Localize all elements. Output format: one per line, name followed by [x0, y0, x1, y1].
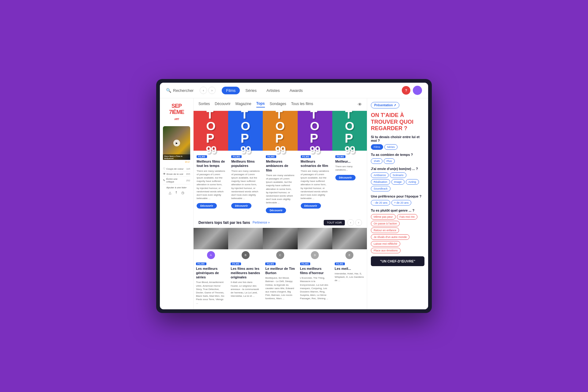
- back-button[interactable]: ‹: [200, 87, 207, 94]
- coups-de-coeur-action[interactable]: ♡ Coups de coeur 1k5: [163, 166, 190, 172]
- option-1h45[interactable]: 1h45: [371, 158, 383, 164]
- option-realisation[interactable]: Réalisation: [371, 179, 390, 185]
- fan-avatar-2: B: [242, 251, 250, 259]
- share-icon[interactable]: ⇡: [175, 191, 178, 195]
- option-ambiance[interactable]: Ambiance: [371, 172, 389, 178]
- left-sidebar: SEP7IÈMEART ▶ Once Upon a Time in Hollyw…: [160, 98, 194, 309]
- fan-badge-1: FILMS: [196, 262, 206, 265]
- option-soundtrack[interactable]: Soundtrack: [371, 186, 390, 191]
- option-plus[interactable]: Plus: [384, 158, 395, 164]
- fan-thumb-3: [263, 228, 297, 249]
- bottom-icons: △ ⇡ ◷: [169, 191, 184, 195]
- option-enfance[interactable]: Retour en enfance: [371, 228, 399, 233]
- top-card-img-1: TOP99: [194, 111, 228, 151]
- option-moins20[interactable]: - de 20 ans: [371, 200, 390, 205]
- tops-grid: TOP99 FILMS Meilleurs films de tout les …: [194, 111, 367, 216]
- fan-title-5: Les meil...: [335, 266, 364, 271]
- top-card-desc-5: There are many variations...: [335, 165, 364, 172]
- search-bar[interactable]: 🔍 Rechercher: [166, 88, 194, 93]
- option-image[interactable]: Image: [391, 179, 405, 185]
- top-card-body-1: FILMS Meilleurs films de tout les temps …: [194, 151, 228, 211]
- decouvrir-btn-4[interactable]: Découvrir: [301, 203, 321, 209]
- fan-title-1: Les meilleurs génériques de séries: [196, 266, 226, 280]
- q1-label: Si tu devais choisir entre lui et moi ?: [371, 135, 424, 142]
- q1-options: Films Séries: [371, 144, 424, 150]
- top-card-img-2: TOP99: [228, 111, 263, 151]
- top-card-desc-1: There are many variations of passages of…: [197, 169, 225, 200]
- avatar[interactable]: [413, 86, 422, 95]
- main-content: Sorties Découvrir Magazine Tops Sondages…: [194, 98, 367, 309]
- tout-voir-button[interactable]: TOUT VOIR: [324, 220, 345, 225]
- decouvrir-btn-2[interactable]: Découvrir: [231, 203, 251, 209]
- play-button[interactable]: ▶: [173, 140, 180, 146]
- rating-value: 14.2: [185, 160, 190, 163]
- q3-label: J'ai envie d'un(e) bon(ne) ... ?: [371, 167, 424, 171]
- option-meme-pas-peur[interactable]: Même pas peur: [371, 214, 396, 220]
- q4-label: Une préférence pour l'époque ?: [371, 194, 424, 198]
- decouvrir-btn-5[interactable]: Découvrir: [335, 175, 356, 180]
- top-card-title-3: Meilleures ambiances de film: [266, 159, 294, 172]
- tab-awards[interactable]: Awards: [285, 87, 307, 94]
- header-right: ?: [402, 86, 422, 95]
- decouvrir-btn-1[interactable]: Découvrir: [197, 203, 217, 209]
- q5-label: Tu es plutôt quel genre ... ?: [371, 209, 424, 212]
- top-card-body-4: FILMS Meilleurs scénarios de film There …: [298, 151, 332, 211]
- sub-nav-tous[interactable]: Tous les films: [291, 102, 313, 107]
- option-plus20[interactable]: + de 20 ans: [391, 200, 411, 205]
- option-scenario[interactable]: Scénario: [390, 172, 406, 178]
- fans-prev-arrow[interactable]: ‹: [347, 219, 354, 226]
- fan-avatar-3: C: [276, 251, 284, 259]
- heart-icon: ♡: [163, 167, 165, 170]
- top-card-img-3: TOP99: [263, 111, 297, 151]
- top-card-5: TOP99 FILMS Meilleur... There are many v…: [332, 111, 367, 216]
- header: 🔍 Rechercher ‹ › Films Séries Artistes A…: [160, 83, 428, 98]
- envie-voir-action[interactable]: 👁 Envie de le voir 655: [163, 172, 190, 177]
- fan-card-body-3: FILMS Le meilleur de Tim Burton Beetleju…: [263, 260, 297, 305]
- top99-text-2: TOP99: [240, 111, 251, 155]
- tab-films[interactable]: Films: [222, 87, 240, 94]
- clock-icon[interactable]: ◷: [181, 191, 184, 195]
- option-emotions[interactable]: Place aux émotions: [371, 248, 401, 253]
- eye-icon: 👁: [163, 172, 166, 175]
- sub-nav-tops[interactable]: Tops: [256, 101, 265, 107]
- sidebar-actions: ♡ Coups de coeur 1k5 👁 Envie de le voir …: [163, 166, 190, 184]
- presentation-button[interactable]: Présentation ↗: [371, 102, 399, 108]
- sub-nav-sondages[interactable]: Sondages: [270, 102, 286, 107]
- critique-action[interactable]: ✎ Écrire une critique 252: [163, 177, 190, 184]
- option-acting[interactable]: Acting: [406, 179, 419, 185]
- sub-nav-magazine[interactable]: Magazine: [236, 102, 251, 107]
- option-autre-monde[interactable]: Je rêvals d'un autre monde: [371, 234, 409, 240]
- fan-card-body-5: FILMS Les meil... Interstellar, Hotel, H…: [332, 260, 367, 287]
- films-badge-5: FILMS: [335, 155, 346, 158]
- coups-de-coeur-count: 1k5: [186, 168, 190, 170]
- search-icon: 🔍: [166, 88, 171, 93]
- top-card-body-3: FILMS Meilleures ambiances de film There…: [263, 151, 297, 216]
- option-fais-moi-rire[interactable]: Fais moi rire: [397, 214, 418, 220]
- add-to-list[interactable]: Ajouter à une liste ›: [166, 186, 187, 189]
- user-badge[interactable]: ?: [402, 86, 410, 95]
- fan-title-4: Les meilleurs films d'horreur: [300, 266, 330, 275]
- tab-artistes[interactable]: Artistes: [262, 87, 284, 94]
- fans-next-arrow[interactable]: ›: [355, 219, 362, 226]
- option-reflechir[interactable]: Laisse moi réfléchir: [371, 241, 400, 247]
- option-films[interactable]: Films: [371, 144, 383, 150]
- decouvrir-btn-3[interactable]: Découvrir: [266, 208, 286, 213]
- forward-button[interactable]: ›: [208, 87, 216, 94]
- tab-series[interactable]: Séries: [241, 87, 261, 94]
- top99-text-4: TOP99: [310, 111, 320, 155]
- films-badge-2: FILMS: [231, 155, 242, 158]
- option-series[interactable]: Séries: [384, 144, 398, 150]
- bell-icon[interactable]: △: [169, 191, 171, 195]
- option-action[interactable]: On passe à l'action: [371, 221, 400, 226]
- fans-section-title: Derniers tops fait par les fans: [198, 221, 250, 225]
- sub-nav-sorties[interactable]: Sorties: [198, 102, 210, 107]
- fan-thumb-4: [298, 228, 332, 249]
- films-badge-3: FILMS: [266, 155, 276, 158]
- fans-section-nav: Derniers tops fait par les fans Pertinen…: [194, 216, 367, 228]
- critique-count: 252: [186, 179, 190, 182]
- top99-text-1: TOP99: [206, 111, 216, 155]
- pertinence-link[interactable]: Pertinence »: [253, 221, 270, 224]
- main-layout: SEP7IÈMEART ▶ Once Upon a Time in Hollyw…: [160, 98, 428, 309]
- sub-nav-decouvrir[interactable]: Découvrir: [215, 102, 230, 107]
- eye-toggle-icon[interactable]: 👁: [358, 102, 362, 107]
